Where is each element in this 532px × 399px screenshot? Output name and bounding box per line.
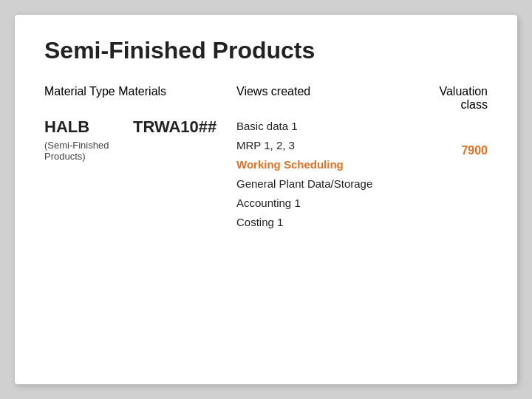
valuation-class-header: Valuationclass xyxy=(414,85,488,112)
slide-title: Semi-Finished Products xyxy=(44,37,488,64)
view-accounting: Accounting 1 xyxy=(236,194,414,212)
material-code: HALB xyxy=(44,117,126,137)
content-area: HALB TRWA10## (Semi-Finished Products) B… xyxy=(44,117,488,231)
view-mrp: MRP 1, 2, 3 xyxy=(236,137,414,154)
material-type-header: Material Type Materials xyxy=(44,85,236,112)
material-id: TRWA10## xyxy=(133,117,216,137)
slide: Semi-Finished Products Material Type Mat… xyxy=(15,15,517,384)
headers-row: Material Type Materials Views created Va… xyxy=(44,85,488,112)
valuation-column: 7900 xyxy=(414,117,488,231)
view-basic-data: Basic data 1 xyxy=(236,117,414,135)
view-working-scheduling: Working Scheduling xyxy=(236,156,414,174)
views-created-label: Views created xyxy=(236,85,310,98)
material-description: (Semi-Finished Products) xyxy=(44,140,236,162)
material-row: HALB TRWA10## xyxy=(44,117,236,137)
view-costing: Costing 1 xyxy=(236,214,414,231)
views-column: Basic data 1 MRP 1, 2, 3 Working Schedul… xyxy=(236,117,414,231)
views-header: Views created xyxy=(236,85,414,112)
material-type-label: Material Type Materials xyxy=(44,85,166,98)
views-list: Basic data 1 MRP 1, 2, 3 Working Schedul… xyxy=(236,117,414,231)
view-general-plant: General Plant Data/Storage xyxy=(236,175,414,193)
valuation-value: 7900 xyxy=(414,144,488,157)
valuation-class-label: Valuationclass xyxy=(439,85,488,111)
left-column: HALB TRWA10## (Semi-Finished Products) xyxy=(44,117,236,231)
